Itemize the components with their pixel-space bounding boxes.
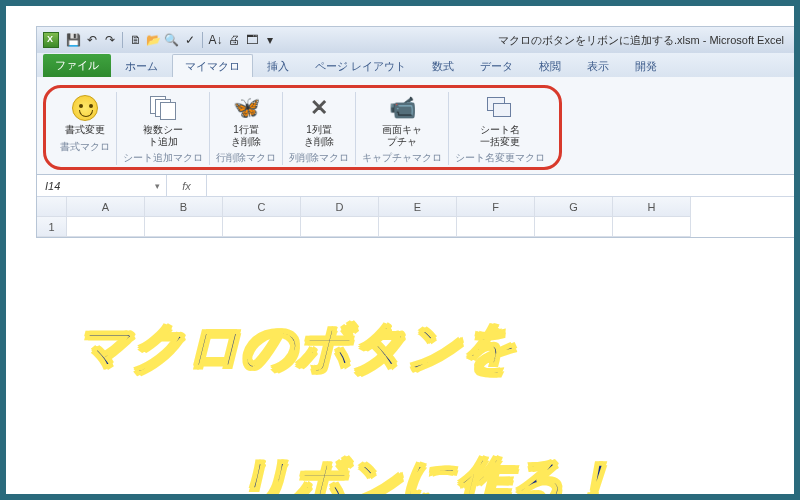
delete-alt-cols-button[interactable]: ✕ 1列置 き削除 bbox=[300, 92, 338, 149]
redo-icon[interactable]: ↷ bbox=[102, 33, 117, 48]
tab-insert[interactable]: 挿入 bbox=[255, 55, 301, 77]
open-icon[interactable]: 📂 bbox=[146, 33, 161, 48]
screen-capture-button[interactable]: 📹 画面キャ プチャ bbox=[378, 92, 426, 149]
group-format-macro: 書式変更 書式マクロ bbox=[54, 92, 117, 165]
delete-alt-rows-button[interactable]: 🦋 1行置 き削除 bbox=[227, 92, 265, 149]
spellcheck-icon[interactable]: ✓ bbox=[182, 33, 197, 48]
tab-data[interactable]: データ bbox=[468, 55, 525, 77]
group-sheetname-macro: シート名 一括変更 シート名変更マクロ bbox=[449, 92, 551, 165]
rename-sheets-button[interactable]: シート名 一括変更 bbox=[476, 92, 524, 149]
title-bar: 💾 ↶ ↷ 🗎 📂 🔍 ✓ A↓ 🖨 🗔 ▾ マクロのボタンをリボンに追加する.… bbox=[37, 27, 800, 53]
group-col-delete-macro: ✕ 1列置 き削除 列削除マクロ bbox=[283, 92, 356, 165]
worksheet-grid[interactable]: A B C D E F G H 1 bbox=[37, 197, 800, 237]
button-label: シート名 一括変更 bbox=[480, 124, 520, 147]
select-all-corner[interactable] bbox=[37, 197, 67, 217]
print-icon[interactable]: 🖨 bbox=[226, 33, 241, 48]
new-icon[interactable]: 🗎 bbox=[128, 33, 143, 48]
ribbon-tabs: ファイル ホーム マイマクロ 挿入 ページ レイアウト 数式 データ 校閲 表示… bbox=[37, 53, 800, 77]
qat-separator bbox=[202, 32, 203, 48]
cell[interactable] bbox=[613, 217, 691, 237]
button-label: 1列置 き削除 bbox=[304, 124, 334, 147]
cell[interactable] bbox=[457, 217, 535, 237]
ribbon: 書式変更 書式マクロ 複数シー ト追加 シート追加マクロ 🦋 1行置 き削除 bbox=[37, 77, 800, 175]
excel-window: 💾 ↶ ↷ 🗎 📂 🔍 ✓ A↓ 🖨 🗔 ▾ マクロのボタンをリボンに追加する.… bbox=[36, 26, 800, 238]
group-sheet-add-macro: 複数シー ト追加 シート追加マクロ bbox=[117, 92, 210, 165]
cell[interactable] bbox=[145, 217, 223, 237]
cell[interactable] bbox=[301, 217, 379, 237]
sort-asc-icon[interactable]: A↓ bbox=[208, 33, 223, 48]
butterfly-icon: 🦋 bbox=[231, 94, 261, 122]
group-label: シート追加マクロ bbox=[123, 151, 203, 165]
button-label: 書式変更 bbox=[65, 124, 105, 136]
cell[interactable] bbox=[67, 217, 145, 237]
name-box[interactable]: I14 bbox=[37, 175, 167, 196]
add-sheets-button[interactable]: 複数シー ト追加 bbox=[139, 92, 187, 149]
save-icon[interactable]: 💾 bbox=[66, 33, 81, 48]
quick-access-toolbar: 💾 ↶ ↷ 🗎 📂 🔍 ✓ A↓ 🖨 🗔 ▾ bbox=[43, 32, 277, 48]
col-header[interactable]: E bbox=[379, 197, 457, 217]
qat-dropdown-icon[interactable]: ▾ bbox=[262, 33, 277, 48]
highlight-annotation: 書式変更 書式マクロ 複数シー ト追加 シート追加マクロ 🦋 1行置 き削除 bbox=[43, 85, 562, 170]
group-label: 行削除マクロ bbox=[216, 151, 276, 165]
headline-overlay: マクロのボタンを リボンに作る！ bbox=[46, 246, 619, 500]
undo-icon[interactable]: ↶ bbox=[84, 33, 99, 48]
tab-pagelayout[interactable]: ページ レイアウト bbox=[303, 55, 418, 77]
fx-label[interactable]: fx bbox=[167, 175, 207, 196]
window-title: マクロのボタンをリボンに追加する.xlsm - Microsoft Excel bbox=[498, 33, 784, 48]
group-label: シート名変更マクロ bbox=[455, 151, 545, 165]
cell[interactable] bbox=[535, 217, 613, 237]
stacked-windows-icon bbox=[485, 94, 515, 122]
tab-developer[interactable]: 開発 bbox=[623, 55, 669, 77]
camcorder-icon: 📹 bbox=[387, 94, 417, 122]
col-header[interactable]: C bbox=[223, 197, 301, 217]
tab-file[interactable]: ファイル bbox=[43, 54, 111, 77]
formula-input[interactable] bbox=[207, 175, 800, 196]
ribbon-groups: 書式変更 書式マクロ 複数シー ト追加 シート追加マクロ 🦋 1行置 き削除 bbox=[54, 92, 551, 165]
row-header[interactable]: 1 bbox=[37, 217, 67, 237]
tab-review[interactable]: 校閲 bbox=[527, 55, 573, 77]
formula-bar: I14 fx bbox=[37, 175, 800, 197]
button-label: 画面キャ プチャ bbox=[382, 124, 422, 147]
qat-separator bbox=[122, 32, 123, 48]
col-header[interactable]: F bbox=[457, 197, 535, 217]
tab-view[interactable]: 表示 bbox=[575, 55, 621, 77]
smiley-icon bbox=[70, 94, 100, 122]
tab-home[interactable]: ホーム bbox=[113, 55, 170, 77]
col-header[interactable]: B bbox=[145, 197, 223, 217]
col-header[interactable]: G bbox=[535, 197, 613, 217]
print-preview-icon[interactable]: 🔍 bbox=[164, 33, 179, 48]
copies-icon bbox=[148, 94, 178, 122]
cell[interactable] bbox=[223, 217, 301, 237]
col-header[interactable]: H bbox=[613, 197, 691, 217]
group-label: 列削除マクロ bbox=[289, 151, 349, 165]
headline-line1: マクロのボタンを bbox=[76, 317, 516, 377]
format-change-button[interactable]: 書式変更 bbox=[61, 92, 109, 138]
group-row-delete-macro: 🦋 1行置 き削除 行削除マクロ bbox=[210, 92, 283, 165]
x-icon: ✕ bbox=[304, 94, 334, 122]
calculator-icon[interactable]: 🗔 bbox=[244, 33, 259, 48]
button-label: 複数シー ト追加 bbox=[143, 124, 183, 147]
group-capture-macro: 📹 画面キャ プチャ キャプチャマクロ bbox=[356, 92, 449, 165]
tab-mymacro[interactable]: マイマクロ bbox=[172, 54, 253, 77]
group-label: キャプチャマクロ bbox=[362, 151, 442, 165]
button-label: 1行置 き削除 bbox=[231, 124, 261, 147]
tab-formulas[interactable]: 数式 bbox=[420, 55, 466, 77]
col-header[interactable]: A bbox=[67, 197, 145, 217]
headline-line2: リボンに作る！ bbox=[46, 449, 619, 501]
cell[interactable] bbox=[379, 217, 457, 237]
excel-logo-icon bbox=[43, 32, 59, 48]
col-header[interactable]: D bbox=[301, 197, 379, 217]
group-label: 書式マクロ bbox=[60, 140, 110, 154]
